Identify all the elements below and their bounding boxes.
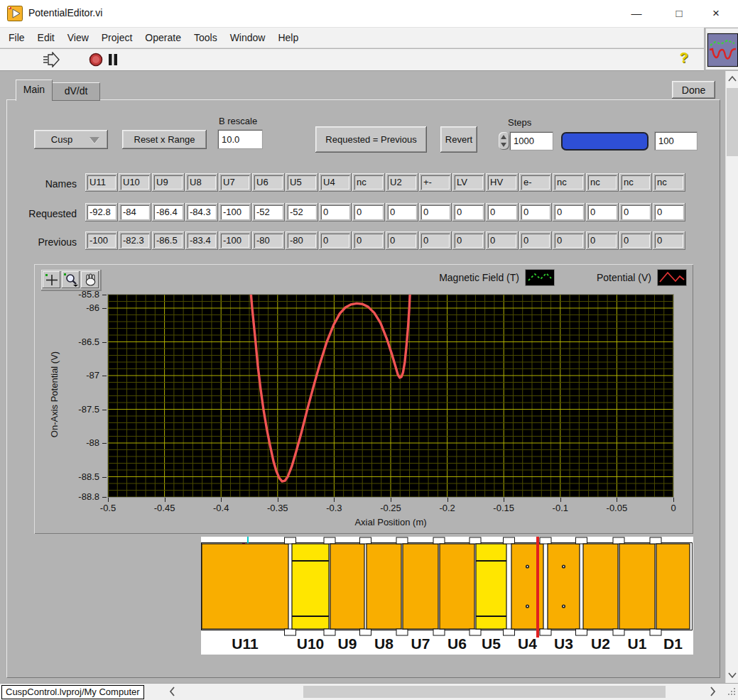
- title-bar: PotentialEditor.vi — □ ×: [0, 0, 738, 28]
- x-tick-mark: [447, 498, 448, 502]
- names-field-14[interactable]: nc: [553, 173, 585, 192]
- vi-icon[interactable]: [707, 33, 738, 67]
- requested-field-12[interactable]: 0: [486, 203, 519, 222]
- minimize-button[interactable]: —: [620, 0, 653, 26]
- names-field-3[interactable]: U8: [185, 173, 218, 192]
- context-help-icon[interactable]: ?: [680, 50, 688, 66]
- requested-field-8[interactable]: 0: [352, 203, 385, 222]
- rate-field[interactable]: 100: [655, 132, 697, 150]
- previous-field-value-4: -100: [221, 234, 249, 248]
- requested-field-7[interactable]: 0: [319, 203, 352, 222]
- requested-field-17[interactable]: 0: [653, 203, 685, 222]
- names-field-13[interactable]: e-: [519, 173, 552, 192]
- spinner-down-icon[interactable]: [501, 143, 506, 147]
- previous-field-2: -86.5: [152, 231, 185, 250]
- names-field-8[interactable]: nc: [352, 173, 385, 192]
- maximize-button[interactable]: □: [663, 0, 695, 26]
- revert-button[interactable]: Revert: [440, 126, 477, 153]
- names-field-11[interactable]: LV: [452, 173, 485, 192]
- pan-tool-button[interactable]: [81, 271, 99, 288]
- hand-icon: [82, 273, 98, 287]
- requested-field-16[interactable]: 0: [619, 203, 652, 222]
- previous-field-value-8: 0: [354, 234, 383, 248]
- y-tick-mark: [102, 497, 107, 498]
- previous-field-value-13: 0: [521, 234, 550, 248]
- run-button-icon[interactable]: [41, 52, 61, 67]
- steps-spinner[interactable]: [499, 132, 509, 150]
- names-field-1[interactable]: U10: [119, 173, 151, 192]
- scroll-up-icon[interactable]: [727, 75, 737, 82]
- spinner-up-icon[interactable]: [501, 135, 506, 139]
- legend-potential-label[interactable]: Potential (V): [597, 272, 651, 283]
- menu-item-tools[interactable]: Tools: [188, 28, 224, 48]
- cursor-tool-button[interactable]: [43, 271, 60, 288]
- close-button[interactable]: ×: [700, 0, 732, 26]
- previous-field-7: 0: [319, 231, 352, 250]
- requested-field-5[interactable]: -52: [252, 203, 285, 222]
- stop-button-icon[interactable]: [89, 52, 103, 67]
- requested-field-9[interactable]: 0: [386, 203, 418, 222]
- names-field-7[interactable]: U4: [319, 173, 352, 192]
- tab-main[interactable]: Main: [16, 80, 53, 101]
- requested-field-6[interactable]: -52: [286, 203, 318, 222]
- names-field-16[interactable]: nc: [619, 173, 652, 192]
- menu-item-operate[interactable]: Operate: [139, 28, 188, 48]
- names-field-6[interactable]: U5: [286, 173, 318, 192]
- x-tick-mark: [221, 498, 222, 502]
- requested-field-11[interactable]: 0: [452, 203, 485, 222]
- horizontal-scrollbar-thumb[interactable]: [303, 686, 666, 698]
- electrode-label-u9: U9: [338, 635, 357, 652]
- menu-item-file[interactable]: File: [2, 28, 31, 48]
- names-field-12[interactable]: HV: [486, 173, 519, 192]
- requested-field-14[interactable]: 0: [553, 203, 585, 222]
- requested-field-2[interactable]: -86.4: [152, 203, 185, 222]
- legend-magnetic-label[interactable]: Magnetic Field (T): [439, 272, 519, 283]
- menu-item-help[interactable]: Help: [271, 28, 305, 48]
- menu-item-view[interactable]: View: [61, 28, 95, 48]
- scroll-down-icon[interactable]: [727, 672, 737, 679]
- vertical-scrollbar[interactable]: [725, 71, 738, 683]
- menu-item-project[interactable]: Project: [95, 28, 139, 48]
- requested-field-0[interactable]: -92.8: [85, 203, 118, 222]
- scroll-left-icon[interactable]: [168, 686, 175, 697]
- legend-potential-sample[interactable]: [658, 270, 686, 285]
- b-rescale-field[interactable]: 10.0: [218, 130, 262, 148]
- progress-bar[interactable]: [561, 132, 649, 151]
- x-tick-mark: [334, 498, 335, 502]
- reset-x-range-button[interactable]: Reset x Range: [122, 130, 207, 149]
- electrode-diagram-drawing: U11U10U9U8U7U6U5U4U3U2U1D1: [201, 537, 693, 655]
- menu-item-window[interactable]: Window: [224, 28, 272, 48]
- menu-item-edit[interactable]: Edit: [31, 28, 61, 48]
- pause-button-icon[interactable]: [107, 52, 119, 67]
- legend-magnetic-sample[interactable]: [526, 270, 554, 285]
- requested-field-13[interactable]: 0: [519, 203, 552, 222]
- requested-equals-previous-button[interactable]: Requested = Previous: [315, 126, 427, 153]
- scroll-right-icon[interactable]: [710, 686, 717, 697]
- requested-field-1[interactable]: -84: [119, 203, 151, 222]
- names-field-value-10: +-: [421, 175, 450, 190]
- requested-field-3[interactable]: -84.3: [185, 203, 218, 222]
- requested-field-4[interactable]: -100: [219, 203, 251, 222]
- names-field-9[interactable]: U2: [386, 173, 418, 192]
- names-field-4[interactable]: U7: [219, 173, 251, 192]
- names-field-15[interactable]: nc: [586, 173, 619, 192]
- tab-dvdt[interactable]: dV/dt: [52, 82, 100, 101]
- names-field-0[interactable]: U11: [85, 173, 118, 192]
- resize-grip[interactable]: [728, 688, 737, 696]
- done-button[interactable]: Done: [672, 81, 715, 99]
- requested-field-15[interactable]: 0: [586, 203, 619, 222]
- preset-dropdown[interactable]: Cusp: [34, 130, 108, 149]
- names-field-5[interactable]: U6: [252, 173, 285, 192]
- electrode-label-u7: U7: [411, 635, 430, 652]
- x-tick-mark: [673, 498, 674, 502]
- vertical-scrollbar-thumb[interactable]: [727, 88, 738, 156]
- names-field-10[interactable]: +-: [419, 173, 452, 192]
- names-field-17[interactable]: nc: [653, 173, 685, 192]
- x-tick: -0.15: [484, 503, 523, 513]
- requested-field-10[interactable]: 0: [419, 203, 452, 222]
- plot-area[interactable]: [108, 295, 673, 497]
- b-rescale-label: B rescale: [219, 116, 257, 126]
- names-field-2[interactable]: U9: [152, 173, 185, 192]
- zoom-tool-button[interactable]: [62, 271, 80, 288]
- steps-field[interactable]: 1000: [510, 132, 553, 150]
